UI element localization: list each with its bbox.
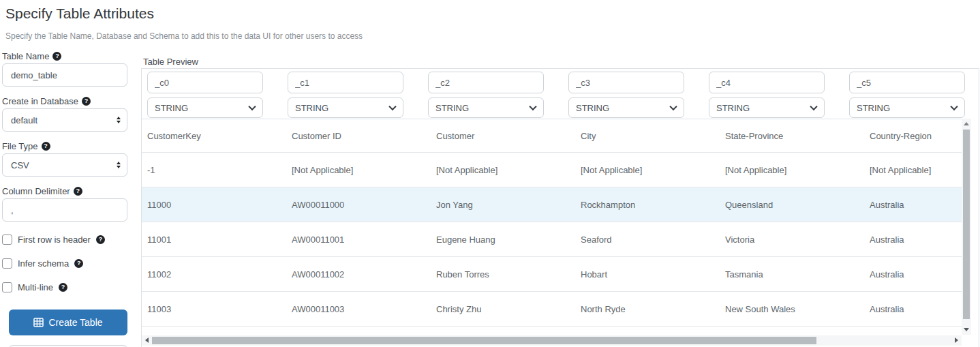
table-cell: Australia (864, 235, 962, 245)
help-icon[interactable]: ? (82, 97, 91, 106)
chevron-down-icon (669, 103, 677, 110)
column-type-select[interactable]: STRING (288, 97, 403, 118)
help-icon[interactable]: ? (52, 52, 61, 61)
table-row[interactable]: -1[Not Applicable][Not Applicable][Not A… (142, 153, 962, 187)
select-updown-icon (117, 117, 121, 123)
first-row-header-checkbox[interactable] (2, 235, 12, 245)
database-label: Create in Database ? (2, 95, 127, 106)
table-cell: Christy Zhu (431, 304, 575, 314)
table-cell: Rockhampton (575, 200, 720, 210)
table-cell: [Not Applicable] (720, 165, 864, 175)
help-icon[interactable]: ? (74, 259, 83, 268)
table-cell: [Not Applicable] (864, 165, 962, 175)
preview-column-control: STRING (288, 72, 403, 118)
table-cell: State-Province (720, 131, 864, 141)
table-name-input[interactable] (2, 63, 127, 87)
preview-grid-viewport: CustomerKeyCustomer IDCustomerCityState-… (142, 119, 962, 335)
column-delimiter-input[interactable] (2, 198, 127, 222)
file-type-select[interactable]: CSV (2, 153, 127, 177)
table-cell: Queensland (720, 200, 864, 210)
help-icon[interactable]: ? (74, 187, 82, 196)
table-cell: Australia (864, 200, 962, 210)
table-row[interactable]: 11001AW00011001Eugene HuangSeafordVictor… (142, 222, 962, 257)
vertical-scrollbar-thumb[interactable] (963, 130, 970, 319)
column-name-input[interactable] (288, 72, 403, 93)
chevron-down-icon (529, 103, 536, 110)
table-cell: Eugene Huang (431, 235, 575, 245)
column-type-select[interactable]: STRING (709, 97, 825, 118)
table-preview-panel: STRING STRING STRING STRING STRING (141, 68, 979, 347)
table-cell: 11002 (142, 269, 286, 280)
vertical-scrollbar[interactable] (962, 119, 971, 335)
chevron-down-icon (248, 103, 256, 110)
scroll-right-icon[interactable] (955, 337, 958, 343)
preview-column-control: STRING (709, 72, 825, 118)
table-row[interactable]: 11003AW00011003Christy ZhuNorth RydeNew … (142, 292, 962, 327)
column-controls-row: STRING STRING STRING STRING STRING (147, 72, 965, 118)
column-name-input[interactable] (568, 72, 684, 93)
multi-line-checkbox[interactable] (2, 282, 12, 292)
preview-grid: CustomerKeyCustomer IDCustomerCityState-… (142, 119, 962, 327)
table-cell: [Not Applicable] (286, 165, 431, 175)
table-cell: North Ryde (575, 304, 720, 314)
help-icon[interactable]: ? (96, 235, 105, 244)
column-name-input[interactable] (147, 72, 263, 93)
column-delimiter-label: Column Delimiter ? (2, 185, 127, 196)
scroll-left-icon[interactable] (145, 337, 149, 343)
table-cell: Ruben Torres (431, 269, 575, 280)
table-cell: -1 (142, 165, 286, 175)
column-type-select[interactable]: STRING (849, 97, 965, 118)
table-cell: [Not Applicable] (431, 165, 575, 175)
table-row[interactable]: CustomerKeyCustomer IDCustomerCityState-… (142, 119, 962, 153)
table-cell: Victoria (720, 235, 864, 245)
horizontal-scrollbar-thumb[interactable] (152, 337, 816, 344)
infer-schema-checkbox[interactable] (2, 258, 12, 269)
column-type-select[interactable]: STRING (428, 97, 544, 118)
preview-column-control: STRING (568, 72, 684, 118)
file-type-label: File Type ? (2, 140, 127, 151)
create-table-page: Specify Table Attributes Specify the Tab… (0, 0, 980, 347)
table-attributes-form: Table Name ? Create in Database ? defaul… (2, 50, 127, 347)
table-cell: Seaford (575, 235, 720, 245)
preview-column-control: STRING (428, 72, 544, 118)
select-updown-icon (117, 162, 121, 168)
table-cell: AW00011001 (286, 235, 431, 245)
table-row[interactable]: 11000AW00011000Jon YangRockhamptonQueens… (142, 187, 962, 222)
table-preview-label: Table Preview (143, 57, 198, 67)
table-cell: Country-Region (864, 131, 962, 141)
table-cell: CustomerKey (142, 131, 286, 141)
scroll-down-icon[interactable] (964, 328, 969, 331)
table-cell: 11000 (142, 200, 286, 210)
multi-line-option: Multi-line ? (2, 282, 127, 292)
create-table-button[interactable]: Create Table (9, 310, 127, 335)
table-cell: Jon Yang (431, 200, 575, 210)
column-type-select[interactable]: STRING (568, 97, 684, 118)
page-subtitle: Specify the Table Name, Database and Sch… (5, 31, 363, 41)
column-name-input[interactable] (709, 72, 825, 93)
column-name-input[interactable] (849, 72, 965, 93)
table-cell: AW00011003 (286, 304, 431, 314)
table-cell: New South Wales (720, 304, 864, 314)
table-cell: Australia (864, 304, 962, 314)
column-type-select[interactable]: STRING (147, 97, 263, 118)
page-title: Specify Table Attributes (5, 5, 154, 22)
table-cell: Tasmania (720, 269, 864, 280)
table-name-label: Table Name ? (2, 50, 127, 61)
help-icon[interactable]: ? (59, 283, 67, 292)
scroll-up-icon[interactable] (964, 122, 969, 125)
database-select[interactable]: default (2, 108, 127, 132)
column-name-input[interactable] (428, 72, 544, 93)
preview-column-control: STRING (849, 72, 965, 118)
table-cell: 11003 (142, 304, 286, 314)
infer-schema-option: Infer schema ? (2, 258, 127, 269)
chevron-down-icon (950, 103, 958, 110)
help-icon[interactable]: ? (42, 142, 50, 151)
horizontal-scrollbar[interactable] (142, 335, 962, 346)
table-cell: 11001 (142, 235, 286, 245)
table-row[interactable]: 11002AW00011002Ruben TorresHobartTasmani… (142, 257, 962, 292)
table-cell: AW00011000 (286, 200, 431, 210)
preview-column-control: STRING (147, 72, 263, 118)
chevron-down-icon (388, 103, 396, 110)
first-row-header-option: First row is header ? (2, 234, 127, 245)
table-cell: Hobart (575, 269, 720, 280)
